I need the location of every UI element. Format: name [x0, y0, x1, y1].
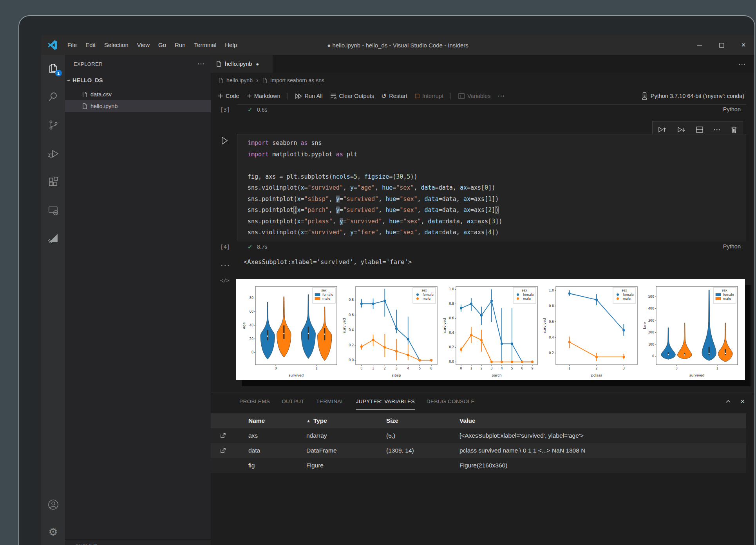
collapsed-output-marker[interactable]: ... [220, 261, 230, 267]
svg-text:60: 60 [250, 310, 253, 313]
open-variable-icon[interactable] [219, 443, 226, 458]
svg-text:fare: fare [643, 322, 647, 329]
svg-text:male: male [723, 297, 731, 301]
variable-row-fig[interactable]: figFigureFigure(2160x360) [211, 458, 746, 473]
panel-tab-output[interactable]: OUTPUT [282, 393, 304, 410]
tab-bar: hello.ipynb ● ⋯ [211, 55, 754, 73]
svg-text:male: male [523, 297, 531, 301]
svg-text:0: 0 [675, 367, 677, 370]
search-icon[interactable] [47, 91, 59, 103]
vscode-window: FileEditSelectionViewGoRunTerminalHelp ●… [41, 35, 754, 545]
plus-icon [218, 93, 223, 99]
svg-text:survived: survived [289, 373, 304, 377]
file-label: data.csv [90, 91, 112, 98]
live-share-icon[interactable] [47, 232, 59, 244]
sidebar-more-icon[interactable]: ⋯ [197, 60, 204, 68]
svg-text:0: 0 [360, 367, 362, 370]
menu-edit[interactable]: Edit [81, 42, 100, 48]
maximize-button[interactable] [711, 35, 732, 55]
code-cell-editor[interactable]: import seaborn as snsimport matplotlib.p… [237, 134, 746, 241]
svg-text:1.0: 1.0 [449, 288, 454, 291]
svg-text:sibsp: sibsp [392, 373, 401, 377]
outline-section[interactable]: › OUTLINE [65, 539, 211, 545]
svg-text:0: 0 [460, 367, 462, 370]
code-line: sns.violinplot(x="survived", y="age", hu… [248, 182, 746, 194]
variable-row-axs[interactable]: axsndarray(5,)[<AxesSubplot:xlabel='surv… [211, 428, 746, 443]
menu-run[interactable]: Run [170, 42, 190, 48]
breadcrumb-symbol[interactable]: import seaborn as sns [270, 77, 324, 83]
svg-text:0.0: 0.0 [349, 359, 354, 362]
svg-text:400: 400 [648, 307, 654, 310]
variables-table-header[interactable]: Name ▲Type Size Value [211, 413, 746, 428]
subplot-3-pclass: 0.20.40.60.81.0123pclasssurvivedsexfemal… [542, 281, 640, 378]
variables-button[interactable]: Variables [458, 93, 490, 99]
execute-below-icon[interactable] [676, 125, 686, 134]
open-variable-icon[interactable] [219, 428, 226, 443]
output-mimetype-marker[interactable]: </> [220, 277, 229, 283]
file-row-hello-ipynb[interactable]: hello.ipynb [65, 100, 211, 112]
menu-terminal[interactable]: Terminal [190, 42, 221, 48]
kernel-picker[interactable]: Python 3.7.10 64-bit ('myenv': conda) [641, 92, 744, 100]
code-line: sns.pointplot(x="pclass", y="survived", … [248, 216, 746, 227]
breadcrumb-file[interactable]: hello.ipynb [226, 77, 253, 83]
run-all-button[interactable]: Run All [295, 93, 323, 100]
close-button[interactable]: ✕ [732, 35, 754, 55]
notebook-toolbar: Code Markdown Run All Clear Outputs ↺Res… [211, 88, 754, 104]
run-debug-icon[interactable] [47, 148, 59, 159]
menu-view[interactable]: View [133, 42, 154, 48]
menu-go[interactable]: Go [154, 42, 170, 48]
execute-above-icon[interactable] [657, 125, 667, 134]
split-cell-icon[interactable] [695, 126, 704, 134]
delete-cell-icon[interactable] [730, 126, 738, 134]
run-cell-button[interactable] [219, 136, 229, 146]
code-line: sns.violinplot(x="survived", y="fare", h… [248, 227, 746, 238]
settings-gear-icon[interactable]: ⚙ [47, 526, 59, 538]
file-row-data-csv[interactable]: data.csv [65, 89, 211, 100]
plot-output-figure: 02040608001survivedagesexfemalemale0.00.… [236, 279, 745, 380]
restart-button[interactable]: ↺Restart [381, 92, 407, 100]
add-markdown-button[interactable]: Markdown [246, 93, 280, 99]
file-icon [218, 78, 224, 83]
editor-more-actions-icon[interactable]: ⋯ [738, 55, 746, 73]
kernel-icon [641, 92, 648, 100]
remote-explorer-icon[interactable] [47, 205, 59, 216]
toolbar-more-icon[interactable]: ⋯ [497, 92, 505, 100]
panel-tab-jupyter-variables[interactable]: JUPYTER: VARIABLES [356, 393, 415, 410]
svg-text:3: 3 [395, 367, 397, 370]
add-code-button[interactable]: Code [218, 93, 239, 99]
svg-text:1: 1 [372, 367, 374, 370]
variable-row-data[interactable]: dataDataFrame(1309, 14)pclass survived n… [211, 443, 746, 458]
menu-help[interactable]: Help [221, 42, 241, 48]
svg-text:0.6: 0.6 [549, 320, 554, 324]
svg-text:2: 2 [596, 367, 598, 370]
svg-text:sex: sex [722, 289, 727, 292]
interrupt-button[interactable]: Interrupt [414, 93, 443, 99]
panel-tab-debug-console[interactable]: DEBUG CONSOLE [427, 393, 475, 410]
explorer-icon[interactable]: 1 [47, 63, 59, 74]
close-panel-icon[interactable]: ✕ [740, 398, 745, 405]
tab-hello-ipynb[interactable]: hello.ipynb ● [211, 55, 273, 73]
column-value: Value [459, 413, 476, 428]
collapse-panel-icon[interactable] [725, 398, 731, 405]
svg-text:4: 4 [501, 367, 503, 370]
panel-tab-problems[interactable]: PROBLEMS [239, 393, 270, 410]
extensions-icon[interactable] [47, 176, 59, 188]
cell4-language[interactable]: Python [723, 243, 741, 250]
menu-file[interactable]: File [63, 42, 81, 48]
menu-selection[interactable]: Selection [100, 42, 133, 48]
clear-outputs-button[interactable]: Clear Outputs [330, 93, 374, 99]
cell-size: (1309, 14) [386, 443, 414, 458]
account-icon[interactable] [47, 499, 59, 511]
cell-more-icon[interactable]: ⋯ [713, 125, 720, 134]
variables-table: Name ▲Type Size Value axsndarray(5,)[<Ax… [211, 413, 746, 473]
svg-text:1: 1 [716, 367, 718, 370]
source-control-icon[interactable] [47, 119, 59, 131]
title-bar: FileEditSelectionViewGoRunTerminalHelp ●… [41, 35, 754, 55]
minimize-button[interactable] [689, 35, 711, 55]
folder-row-hello-ds[interactable]: › HELLO_DS [65, 74, 211, 86]
svg-text:3: 3 [490, 367, 492, 370]
column-type[interactable]: ▲Type [306, 413, 327, 428]
panel-tab-terminal[interactable]: TERMINAL [316, 393, 344, 410]
cell3-language[interactable]: Python [723, 106, 741, 112]
toolbar-separator [288, 93, 288, 100]
